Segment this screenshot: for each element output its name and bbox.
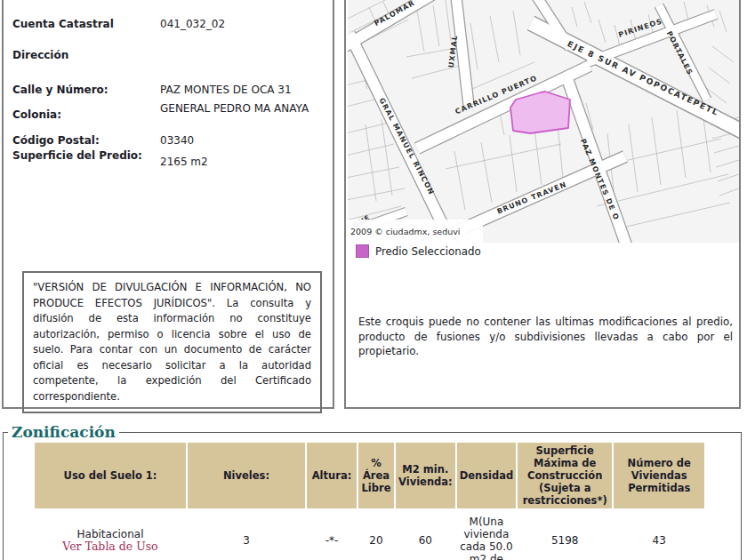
map[interactable]: PALOMAR UXMAL PIRINEOS PORTALES EJE 8 SU… [348, 0, 739, 243]
superficie-value: 2165 m2 [160, 156, 325, 168]
legal-disclaimer: "VERSIÓN DE DIVULGACIÓN E INFORMACIÓN, N… [22, 271, 322, 413]
cuenta-catastral-label: Cuenta Catastral [12, 18, 155, 30]
header-superficie-maxima: Superficie Máxima de Construcción (Sujet… [518, 443, 612, 508]
header-viviendas-permitidas: Número de Viviendas Permitidas [614, 443, 704, 508]
calle-value: PAZ MONTES DE OCA 31 [160, 84, 325, 96]
zonificacion-section: Zonificación Uso del Suelo 1: Niveles: A… [3, 432, 742, 560]
table-row: Habitacional Ver Tabla de Uso 3 -*- 20 6… [35, 510, 704, 560]
header-altura: Altura: [307, 443, 357, 508]
header-uso-del-suelo: Uso del Suelo 1: [35, 443, 186, 508]
cell-densidad: M(Una vivienda cada 50.0 m2 de [457, 510, 517, 560]
map-legend: Predio Seleccionado [356, 244, 481, 258]
selected-parcel[interactable] [510, 92, 570, 133]
header-m2-min-vivienda: M2 min. Vivienda: [396, 443, 455, 508]
header-niveles: Niveles: [188, 443, 305, 508]
zonificacion-legend: Zonificación [8, 423, 119, 441]
cell-uso: Habitacional Ver Tabla de Uso [35, 510, 186, 560]
cell-viviendas-permitidas: 43 [614, 510, 704, 560]
cell-area-libre: 20 [358, 510, 394, 560]
cell-m2-min: 60 [396, 510, 455, 560]
legend-label: Predio Seleccionado [375, 245, 481, 258]
map-note: Este croquis puede no contener las ultim… [358, 315, 733, 359]
cuenta-catastral-value: 041_032_02 [160, 18, 325, 30]
colonia-value: GENERAL PEDRO MA ANAYA [160, 102, 325, 115]
superficie-label: Superficie del Predio: [12, 149, 155, 162]
header-area-libre: % Área Libre [358, 443, 394, 508]
selected-parcel-swatch [356, 244, 369, 258]
direccion-heading: Dirección [12, 49, 155, 61]
uso-value: Habitacional [35, 528, 186, 540]
cell-altura: -*- [307, 510, 357, 560]
cell-niveles: 3 [188, 510, 305, 560]
zonificacion-table: Uso del Suelo 1: Niveles: Altura: % Área… [33, 441, 706, 560]
codigo-postal-label: Código Postal: [12, 134, 155, 147]
ver-tabla-de-uso-link[interactable]: Ver Tabla de Uso [35, 540, 186, 553]
map-panel: PALOMAR UXMAL PIRINEOS PORTALES EJE 8 SU… [344, 0, 741, 409]
colonia-label: Colonia: [12, 108, 155, 121]
cell-superficie-maxima: 5198 [518, 510, 612, 560]
table-header-row: Uso del Suelo 1: Niveles: Altura: % Área… [35, 443, 704, 508]
header-densidad: Densidad [457, 443, 517, 508]
codigo-postal-value: 03340 [160, 134, 325, 147]
calle-label: Calle y Número: [12, 84, 155, 96]
property-info-panel: Cuenta Catastral 041_032_02 Dirección Ca… [2, 0, 334, 409]
map-attribution: 2009 © ciudadmx, seduvi [350, 227, 461, 236]
